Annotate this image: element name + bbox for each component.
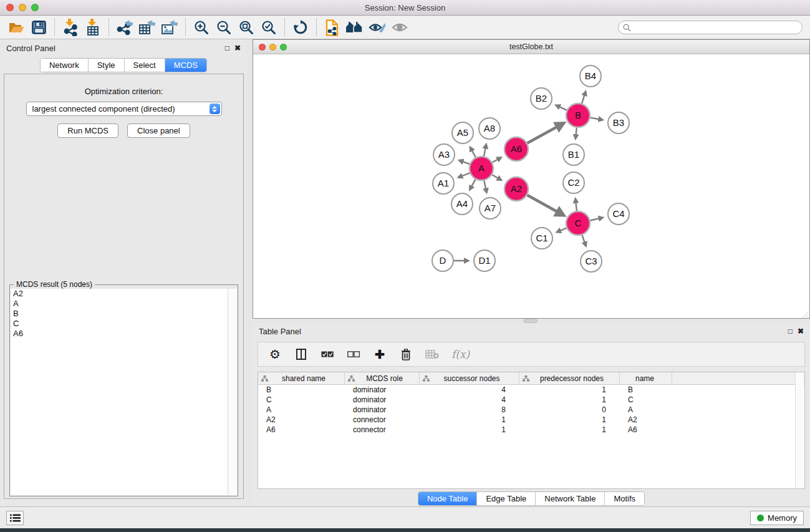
open-session-button[interactable]	[5, 17, 27, 37]
zoom-in-button[interactable]	[190, 17, 213, 37]
network-close-button[interactable]	[259, 44, 266, 51]
import-network-button[interactable]	[59, 17, 82, 37]
column-header-name[interactable]: name	[620, 372, 672, 384]
minimize-window-button[interactable]	[19, 4, 26, 11]
window-resize-grip[interactable]	[801, 309, 809, 317]
mcds-result-list[interactable]: A2ABCA6	[11, 289, 228, 495]
save-session-button[interactable]	[27, 17, 50, 37]
export-table-icon	[138, 19, 156, 36]
select-all-button[interactable]	[321, 351, 334, 357]
maximize-window-button[interactable]	[31, 4, 39, 11]
table-row[interactable]: Adominator80A	[258, 405, 804, 415]
search-field[interactable]	[618, 21, 803, 34]
tab-network-table[interactable]: Network Table	[536, 492, 605, 505]
tab-style[interactable]: Style	[89, 59, 125, 72]
graph-edge-C-C1[interactable]	[560, 228, 567, 231]
graph-edge-A-A8[interactable]	[484, 148, 486, 157]
table-row[interactable]: A6connector11A6	[258, 425, 804, 435]
table-row[interactable]: Cdominator41C	[258, 395, 804, 405]
search-input[interactable]	[634, 22, 802, 33]
mcds-panel: Optimization criterion: largest connecte…	[4, 74, 244, 499]
table-cell: 4	[420, 385, 519, 394]
mcds-result-item[interactable]: B	[11, 309, 228, 319]
graph-edge-A-A1[interactable]	[461, 173, 470, 176]
tab-select[interactable]: Select	[125, 59, 165, 72]
network-maximize-button[interactable]	[280, 44, 287, 51]
float-panel-icon[interactable]: □	[225, 44, 229, 52]
open-folder-icon	[8, 21, 25, 34]
table-settings-button[interactable]: ⚙	[268, 348, 282, 360]
deselect-all-button[interactable]	[347, 351, 360, 357]
memory-button[interactable]: Memory	[750, 511, 804, 525]
hierarchy-icon	[348, 375, 355, 382]
graph-edge-B-B2[interactable]	[559, 107, 567, 110]
column-header-successor-nodes[interactable]: successor nodes	[420, 372, 519, 384]
network-minimize-button[interactable]	[269, 44, 276, 51]
graph-edge-A-A2[interactable]	[492, 175, 498, 178]
show-hide-eye-button[interactable]	[388, 17, 411, 37]
show-hide-appearance-button[interactable]	[366, 17, 388, 37]
graph-edge-C-C2[interactable]	[576, 202, 577, 211]
tab-motifs[interactable]: Motifs	[605, 492, 644, 505]
tab-edge-table[interactable]: Edge Table	[477, 492, 536, 505]
graph-edge-A-A6[interactable]	[493, 159, 498, 162]
column-header-shared-name[interactable]: shared name	[258, 372, 345, 384]
close-panel-button[interactable]: Close panel	[127, 123, 190, 138]
new-session-from-network-button[interactable]	[321, 17, 344, 37]
export-network-button[interactable]	[113, 17, 136, 37]
column-header-predecessor-nodes[interactable]: predecessor nodes	[519, 372, 620, 384]
trash-icon	[401, 349, 411, 360]
export-image-button[interactable]	[158, 17, 181, 37]
panel-split-handle[interactable]	[524, 319, 538, 323]
graph-node-label: A5	[457, 127, 468, 138]
column-header-MCDS-role[interactable]: MCDS role	[345, 372, 420, 384]
zoom-fit-button[interactable]	[235, 17, 258, 37]
network-window-titlebar[interactable]: testGlobe.txt	[253, 40, 809, 54]
fx-icon: f(x)	[451, 348, 470, 360]
show-columns-button[interactable]	[294, 349, 308, 360]
run-mcds-button[interactable]: Run MCDS	[57, 123, 118, 138]
export-table-button[interactable]	[136, 17, 158, 37]
table-cell: 1	[519, 395, 620, 404]
graph-edge-B-B3[interactable]	[591, 118, 599, 120]
close-panel-icon[interactable]: ✖	[234, 44, 241, 52]
mcds-result-item[interactable]: A	[11, 299, 228, 309]
network-canvas[interactable]: B4B2BB3A8A5A6A3B1AA1C2A2A4A7C4CC1C3DD1	[253, 54, 809, 318]
tab-mcds[interactable]: MCDS	[165, 59, 206, 72]
tab-network[interactable]: Network	[41, 59, 89, 72]
close-window-button[interactable]	[6, 4, 14, 11]
result-list-scrollbar[interactable]	[228, 289, 237, 495]
table-cell: connector	[345, 425, 420, 434]
delete-column-button[interactable]	[399, 349, 413, 360]
close-table-panel-icon[interactable]: ✖	[798, 327, 804, 335]
graph-edge-B-B1[interactable]	[576, 128, 577, 135]
refresh-button[interactable]	[289, 17, 312, 37]
import-table-button[interactable]	[82, 17, 104, 37]
table-row[interactable]: Bdominator41B	[258, 385, 804, 395]
table-scrollbar[interactable]	[795, 372, 804, 488]
optimization-criterion-select[interactable]: largest connected component (directed)	[26, 102, 222, 116]
mcds-result-item[interactable]: C	[11, 319, 228, 329]
mcds-result-item[interactable]: A2	[11, 289, 228, 299]
graph-edge-A-A5[interactable]	[472, 150, 476, 158]
zoom-selected-button[interactable]	[258, 17, 280, 37]
tab-node-table[interactable]: Node Table	[418, 492, 478, 505]
task-history-button[interactable]	[6, 511, 24, 525]
home-button[interactable]	[344, 17, 366, 37]
add-column-button[interactable]: ✚	[373, 349, 387, 360]
zoom-out-button[interactable]	[213, 17, 235, 37]
graph-edge-C-C3[interactable]	[582, 235, 585, 243]
graph-edge-A2-C[interactable]	[528, 195, 558, 212]
graph-edge-A-A7[interactable]	[484, 181, 486, 190]
graph-edge-A-A4[interactable]	[471, 180, 475, 187]
graph-edge-C-C4[interactable]	[591, 218, 600, 220]
mcds-result-item[interactable]: A6	[11, 329, 228, 339]
graph-edge-B-B4[interactable]	[582, 95, 584, 104]
graph-edge-A6-B[interactable]	[528, 127, 558, 143]
export-network-icon	[116, 19, 133, 36]
table-cell: dominator	[345, 405, 420, 414]
graph-edge-A-A3[interactable]	[463, 162, 470, 164]
table-row[interactable]: A2connector11A2	[258, 415, 804, 425]
control-panel-tabs: NetworkStyleSelectMCDS	[40, 58, 207, 72]
float-table-panel-icon[interactable]: □	[788, 327, 793, 335]
